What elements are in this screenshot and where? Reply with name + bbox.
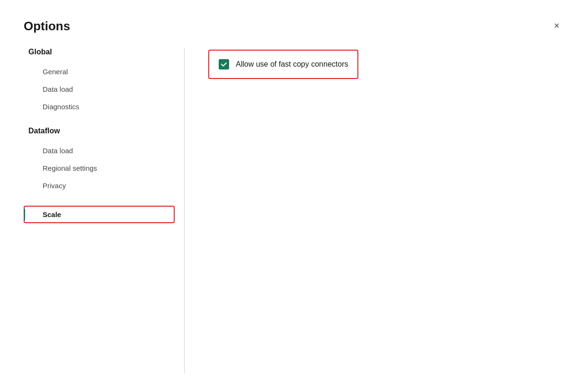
sidebar-section-global: Global General Data load Diagnostics (24, 48, 175, 115)
sidebar-section-title-dataflow: Dataflow (24, 127, 175, 135)
sidebar-section-dataflow: Dataflow Data load Regional settings Pri… (24, 127, 175, 194)
fast-copy-checkbox[interactable] (219, 59, 229, 70)
dialog-title: Options (24, 19, 70, 34)
dialog-body: Global General Data load Diagnostics Dat… (24, 48, 563, 373)
sidebar-item-general[interactable]: General (24, 63, 175, 80)
main-content: Allow use of fast copy connectors (185, 48, 563, 373)
sidebar-item-global-data-load[interactable]: Data load (24, 80, 175, 98)
sidebar: Global General Data load Diagnostics Dat… (24, 48, 185, 373)
sidebar-section-title-global: Global (24, 48, 175, 56)
sidebar-item-privacy[interactable]: Privacy (24, 177, 175, 194)
fast-copy-connectors-option[interactable]: Allow use of fast copy connectors (208, 50, 358, 79)
sidebar-item-regional-settings[interactable]: Regional settings (24, 159, 175, 177)
sidebar-item-dataflow-data-load[interactable]: Data load (24, 142, 175, 159)
checkmark-icon (221, 61, 227, 68)
close-button[interactable]: × (550, 19, 563, 32)
options-dialog: Options × Global General Data load Diagn… (0, 0, 587, 392)
dialog-header: Options × (24, 19, 563, 34)
sidebar-item-scale[interactable]: Scale (24, 206, 175, 223)
sidebar-item-diagnostics[interactable]: Diagnostics (24, 98, 175, 115)
fast-copy-label: Allow use of fast copy connectors (236, 60, 348, 69)
